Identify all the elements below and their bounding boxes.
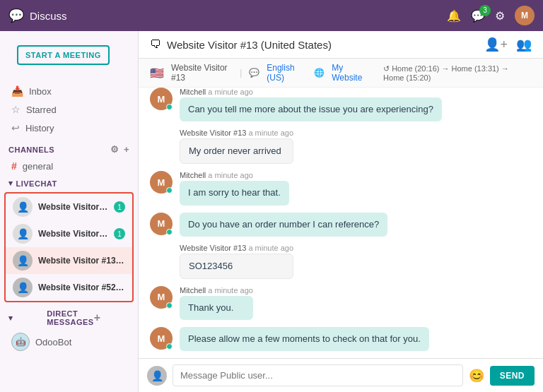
channel-general-label: general xyxy=(23,161,53,172)
chat-header-actions: 👤+ 👥 xyxy=(484,37,532,52)
livechat-avatar-0: 👤 xyxy=(13,197,33,217)
visitor-info-bar: 🇺🇸 Website Visitor #13 | 💬 English (US) … xyxy=(139,59,543,88)
app-title: Discuss xyxy=(30,10,67,22)
visitor-bubble-1: My order never arrived xyxy=(180,138,293,164)
livechat-avatar-1: 👤 xyxy=(13,224,33,244)
agent-avatar-5: M xyxy=(150,286,173,309)
message-row-0: MMitchell a minute agoCan you tell me mo… xyxy=(150,88,532,121)
direct-messages-header: ▾ DIRECT MESSAGES + xyxy=(0,304,138,329)
topbar: 💬 Discuss 🔔 💬 3 ⚙ M xyxy=(0,0,543,31)
livechat-section: 👤 Website Visitor #81 (U... 1 👤 Website … xyxy=(4,192,134,302)
visitor-name: Website Visitor #13 xyxy=(171,63,233,83)
visitor-trail: ↺ Home (20:16) → Home (13:31) → Home (15… xyxy=(383,64,532,82)
agent-avatar-2: M xyxy=(150,171,173,194)
livechat-name-3: Website Visitor #52 (United St... xyxy=(38,283,125,292)
agent-bubble-2: I am sorry to hear that. xyxy=(180,181,289,205)
users-icon[interactable]: 👥 xyxy=(516,37,532,52)
inbox-icon: 📥 xyxy=(11,85,23,97)
send-button[interactable]: SEND xyxy=(490,366,535,386)
sidebar-item-starred[interactable]: ☆ Starred xyxy=(0,100,138,119)
livechat-item-1[interactable]: 👤 Website Visitor #80 (U... 1 xyxy=(6,220,132,247)
hash-icon: # xyxy=(11,160,17,172)
odoobot-avatar: 🤖 xyxy=(11,333,30,351)
livechat-name-2: Website Visitor #13 (United St... xyxy=(38,256,125,266)
start-meeting-button[interactable]: START A MEETING xyxy=(17,45,110,65)
agent-message-content-5: Mitchell a minute agoThank you. xyxy=(180,286,253,320)
message-row-3: MDo you have an order number I can refer… xyxy=(150,213,532,237)
livechat-item-2[interactable]: 👤 Website Visitor #13 (United St... xyxy=(6,247,132,274)
unread-badge-0: 1 xyxy=(114,201,125,213)
channels-label: CHANNELS xyxy=(8,145,110,154)
message-row-5: MMitchell a minute agoThank you. xyxy=(150,286,532,320)
add-dm-icon[interactable]: + xyxy=(94,311,129,324)
chat-messages: MMitchell a minute agoCan you tell me mo… xyxy=(139,88,543,358)
add-user-icon[interactable]: 👤+ xyxy=(484,37,508,52)
livechat-toggle-icon: ▾ xyxy=(8,179,13,188)
discuss-icon: 💬 xyxy=(8,8,24,23)
message-input[interactable] xyxy=(173,364,463,386)
sidebar-item-inbox[interactable]: 📥 Inbox xyxy=(0,82,138,100)
agent-message-content-3: Do you have an order number I can refere… xyxy=(180,213,387,237)
message-row-4: Website Visitor #13 a minute agoSO123456 xyxy=(150,244,532,279)
channels-header: CHANNELS ⚙ + xyxy=(0,140,138,158)
dm-label: DIRECT MESSAGES xyxy=(47,309,93,326)
main-layout: START A MEETING 📥 Inbox ☆ Starred ↩ Hist… xyxy=(0,31,543,392)
history-icon: ↩ xyxy=(11,122,20,133)
chat-header-icon: 🗨 xyxy=(150,38,161,51)
chat-header: 🗨 Website Visitor #13 (United States) 👤+… xyxy=(139,31,543,59)
agent-message-content-2: Mitchell a minute agoI am sorry to hear … xyxy=(180,171,289,205)
comment-icon: 💬 xyxy=(249,68,259,78)
visitor-site-link[interactable]: My Website xyxy=(332,63,369,83)
topbar-actions: 🔔 💬 3 ⚙ M xyxy=(447,6,535,25)
agent-message-content-6: Please allow me a few moments to check o… xyxy=(180,327,429,351)
message-row-1: Website Visitor #13 a minute agoMy order… xyxy=(150,129,532,164)
visitor-message-content-4: Website Visitor #13 a minute agoSO123456 xyxy=(180,244,293,279)
settings-icon-channels[interactable]: ⚙ xyxy=(110,144,119,155)
unread-badge-1: 1 xyxy=(114,228,125,239)
chat-area: 🗨 Website Visitor #13 (United States) 👤+… xyxy=(139,31,543,392)
starred-label: Starred xyxy=(26,105,57,115)
start-meeting-container: START A MEETING xyxy=(0,31,138,79)
notification-badge: 3 xyxy=(479,5,491,16)
livechat-header: ▾ LIVECHAT xyxy=(0,174,138,191)
livechat-name-0: Website Visitor #81 (U... xyxy=(38,202,108,212)
user-avatar[interactable]: M xyxy=(515,6,535,25)
nav-section: 📥 Inbox ☆ Starred ↩ History xyxy=(0,79,138,140)
livechat-name-1: Website Visitor #80 (U... xyxy=(38,229,108,239)
visitor-lang-link[interactable]: English (US) xyxy=(267,63,307,83)
channel-general[interactable]: # general xyxy=(0,158,138,174)
inbox-label: Inbox xyxy=(29,86,52,97)
odoobot-label: OdooBot xyxy=(35,337,71,348)
settings-icon[interactable]: ⚙ xyxy=(495,9,505,23)
agent-bubble-6: Please allow me a few moments to check o… xyxy=(180,327,429,351)
sidebar-item-history[interactable]: ↩ History xyxy=(0,119,138,137)
bell-icon[interactable]: 🔔 xyxy=(447,9,461,23)
dm-odoobot[interactable]: 🤖 OdooBot xyxy=(0,329,138,355)
agent-avatar-3: M xyxy=(150,213,173,235)
chat-input-area: 👤 😊 SEND xyxy=(139,358,543,392)
livechat-item-3[interactable]: 👤 Website Visitor #52 (United St... xyxy=(6,274,132,301)
globe-icon: 🌐 xyxy=(314,68,325,78)
current-user-avatar: 👤 xyxy=(147,366,167,386)
dm-toggle-icon: ▾ xyxy=(8,314,44,323)
agent-avatar-0: M xyxy=(150,88,173,110)
livechat-avatar-2: 👤 xyxy=(13,251,33,271)
livechat-item-0[interactable]: 👤 Website Visitor #81 (U... 1 xyxy=(6,194,132,220)
add-channel-icon[interactable]: + xyxy=(124,144,129,155)
chat-header-title: Website Visitor #13 (United States) xyxy=(167,39,479,51)
message-row-2: MMitchell a minute agoI am sorry to hear… xyxy=(150,171,532,205)
history-label: History xyxy=(25,123,54,133)
agent-bubble-5: Thank you. xyxy=(180,296,253,320)
agent-bubble-0: Can you tell me more about the issue you… xyxy=(180,97,442,121)
agent-bubble-3: Do you have an order number I can refere… xyxy=(180,213,387,237)
channels-actions: ⚙ + xyxy=(110,144,129,155)
emoji-button[interactable]: 😊 xyxy=(469,368,484,384)
separator-1: | xyxy=(240,68,242,78)
agent-avatar-6: M xyxy=(150,327,173,350)
agent-message-content-0: Mitchell a minute agoCan you tell me mor… xyxy=(180,88,442,121)
chat-icon[interactable]: 💬 3 xyxy=(471,9,485,23)
star-icon: ☆ xyxy=(11,104,21,115)
message-row-6: MPlease allow me a few moments to check … xyxy=(150,327,532,351)
sidebar: START A MEETING 📥 Inbox ☆ Starred ↩ Hist… xyxy=(0,31,139,392)
livechat-label: LIVECHAT xyxy=(16,179,57,188)
